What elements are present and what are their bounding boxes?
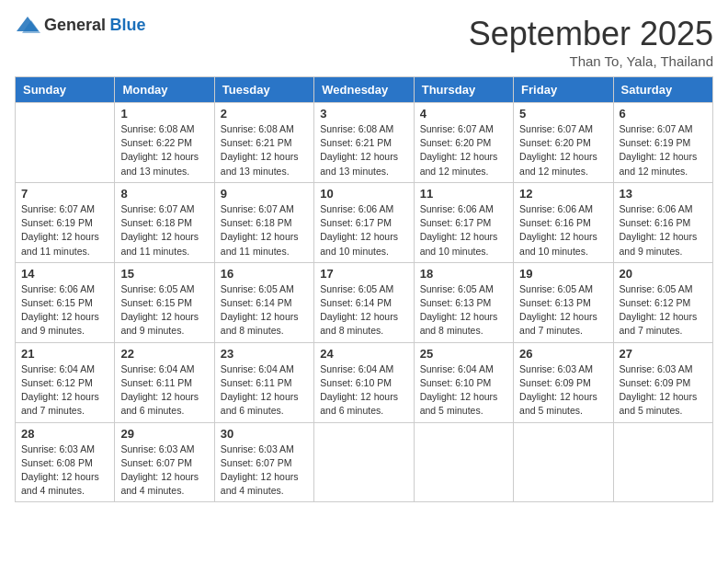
day-info: Sunrise: 6:06 AM Sunset: 6:16 PM Dayligh… — [620, 202, 707, 259]
day-info: Sunrise: 6:07 AM Sunset: 6:18 PM Dayligh… — [221, 202, 308, 259]
day-number: 10 — [320, 187, 407, 201]
day-number: 20 — [620, 267, 707, 281]
calendar-weekday-header: Monday — [115, 77, 214, 103]
calendar-weekday-header: Thursday — [414, 77, 513, 103]
calendar-header-row: SundayMondayTuesdayWednesdayThursdayFrid… — [16, 77, 713, 103]
calendar-day-cell: 29 Sunrise: 6:03 AM Sunset: 6:07 PM Dayl… — [115, 422, 214, 502]
day-number: 28 — [21, 427, 108, 441]
day-number: 1 — [120, 107, 208, 121]
calendar-day-cell: 17 Sunrise: 6:05 AM Sunset: 6:14 PM Dayl… — [314, 262, 414, 342]
day-info: Sunrise: 6:03 AM Sunset: 6:09 PM Dayligh… — [519, 362, 607, 419]
day-info: Sunrise: 6:03 AM Sunset: 6:09 PM Dayligh… — [620, 362, 707, 419]
day-info: Sunrise: 6:04 AM Sunset: 6:10 PM Dayligh… — [420, 362, 507, 419]
day-info: Sunrise: 6:05 AM Sunset: 6:13 PM Dayligh… — [420, 282, 507, 339]
calendar-weekday-header: Friday — [514, 77, 613, 103]
day-number: 30 — [221, 427, 308, 441]
day-number: 16 — [221, 267, 308, 281]
calendar-day-cell — [16, 103, 115, 183]
calendar-day-cell: 6 Sunrise: 6:07 AM Sunset: 6:19 PM Dayli… — [613, 103, 712, 183]
day-number: 21 — [21, 347, 108, 361]
day-number: 17 — [320, 267, 407, 281]
day-info: Sunrise: 6:07 AM Sunset: 6:18 PM Dayligh… — [120, 202, 208, 259]
location-subtitle: Than To, Yala, Thailand — [469, 53, 713, 69]
calendar-day-cell: 14 Sunrise: 6:06 AM Sunset: 6:15 PM Dayl… — [16, 262, 115, 342]
calendar-day-cell: 18 Sunrise: 6:05 AM Sunset: 6:13 PM Dayl… — [414, 262, 513, 342]
calendar-week-row: 7 Sunrise: 6:07 AM Sunset: 6:19 PM Dayli… — [16, 182, 713, 262]
calendar-week-row: 14 Sunrise: 6:06 AM Sunset: 6:15 PM Dayl… — [16, 262, 713, 342]
day-info: Sunrise: 6:08 AM Sunset: 6:21 PM Dayligh… — [320, 122, 407, 178]
day-number: 3 — [320, 107, 407, 121]
calendar-weekday-header: Saturday — [613, 77, 712, 103]
calendar-weekday-header: Wednesday — [314, 77, 414, 103]
day-number: 24 — [320, 347, 407, 361]
day-info: Sunrise: 6:07 AM Sunset: 6:20 PM Dayligh… — [420, 122, 507, 178]
day-number: 13 — [620, 187, 707, 201]
day-number: 14 — [21, 267, 108, 281]
calendar-day-cell: 25 Sunrise: 6:04 AM Sunset: 6:10 PM Dayl… — [414, 342, 513, 422]
day-info: Sunrise: 6:07 AM Sunset: 6:19 PM Dayligh… — [21, 202, 108, 259]
calendar-weekday-header: Sunday — [16, 77, 115, 103]
day-number: 6 — [620, 107, 707, 121]
calendar-day-cell: 13 Sunrise: 6:06 AM Sunset: 6:16 PM Dayl… — [613, 182, 712, 262]
calendar-day-cell: 20 Sunrise: 6:05 AM Sunset: 6:12 PM Dayl… — [613, 262, 712, 342]
calendar-day-cell: 30 Sunrise: 6:03 AM Sunset: 6:07 PM Dayl… — [214, 422, 313, 502]
day-number: 15 — [120, 267, 208, 281]
day-info: Sunrise: 6:06 AM Sunset: 6:17 PM Dayligh… — [420, 202, 507, 259]
title-block: September 2025 Than To, Yala, Thailand — [469, 15, 713, 69]
day-info: Sunrise: 6:08 AM Sunset: 6:21 PM Dayligh… — [221, 122, 308, 178]
day-number: 26 — [519, 347, 607, 361]
day-number: 22 — [120, 347, 208, 361]
calendar-day-cell — [314, 422, 414, 502]
calendar-day-cell: 22 Sunrise: 6:04 AM Sunset: 6:11 PM Dayl… — [115, 342, 214, 422]
calendar-day-cell: 7 Sunrise: 6:07 AM Sunset: 6:19 PM Dayli… — [16, 182, 115, 262]
calendar-day-cell: 15 Sunrise: 6:05 AM Sunset: 6:15 PM Dayl… — [115, 262, 214, 342]
day-info: Sunrise: 6:05 AM Sunset: 6:14 PM Dayligh… — [320, 282, 407, 339]
calendar-day-cell: 10 Sunrise: 6:06 AM Sunset: 6:17 PM Dayl… — [314, 182, 414, 262]
day-number: 11 — [420, 187, 507, 201]
calendar-day-cell: 23 Sunrise: 6:04 AM Sunset: 6:11 PM Dayl… — [214, 342, 313, 422]
day-info: Sunrise: 6:06 AM Sunset: 6:15 PM Dayligh… — [21, 282, 108, 339]
day-info: Sunrise: 6:05 AM Sunset: 6:15 PM Dayligh… — [120, 282, 208, 339]
calendar-day-cell: 21 Sunrise: 6:04 AM Sunset: 6:12 PM Dayl… — [16, 342, 115, 422]
logo: General Blue — [15, 15, 146, 35]
day-number: 8 — [120, 187, 208, 201]
day-number: 18 — [420, 267, 507, 281]
calendar-day-cell: 16 Sunrise: 6:05 AM Sunset: 6:14 PM Dayl… — [214, 262, 313, 342]
calendar-day-cell: 4 Sunrise: 6:07 AM Sunset: 6:20 PM Dayli… — [414, 103, 513, 183]
day-info: Sunrise: 6:07 AM Sunset: 6:19 PM Dayligh… — [620, 122, 707, 178]
day-number: 7 — [21, 187, 108, 201]
calendar-day-cell: 24 Sunrise: 6:04 AM Sunset: 6:10 PM Dayl… — [314, 342, 414, 422]
day-number: 29 — [120, 427, 208, 441]
day-info: Sunrise: 6:04 AM Sunset: 6:11 PM Dayligh… — [120, 362, 208, 419]
calendar-day-cell: 27 Sunrise: 6:03 AM Sunset: 6:09 PM Dayl… — [613, 342, 712, 422]
day-number: 19 — [519, 267, 607, 281]
page-header: General Blue September 2025 Than To, Yal… — [15, 15, 713, 69]
calendar-week-row: 21 Sunrise: 6:04 AM Sunset: 6:12 PM Dayl… — [16, 342, 713, 422]
day-info: Sunrise: 6:07 AM Sunset: 6:20 PM Dayligh… — [519, 122, 607, 178]
calendar-day-cell: 19 Sunrise: 6:05 AM Sunset: 6:13 PM Dayl… — [514, 262, 613, 342]
day-info: Sunrise: 6:06 AM Sunset: 6:16 PM Dayligh… — [519, 202, 607, 259]
day-info: Sunrise: 6:03 AM Sunset: 6:08 PM Dayligh… — [21, 442, 108, 499]
calendar-day-cell — [613, 422, 712, 502]
day-info: Sunrise: 6:05 AM Sunset: 6:14 PM Dayligh… — [221, 282, 308, 339]
calendar-day-cell: 2 Sunrise: 6:08 AM Sunset: 6:21 PM Dayli… — [214, 103, 313, 183]
calendar-day-cell: 28 Sunrise: 6:03 AM Sunset: 6:08 PM Dayl… — [16, 422, 115, 502]
day-number: 12 — [519, 187, 607, 201]
day-number: 23 — [221, 347, 308, 361]
calendar-day-cell: 9 Sunrise: 6:07 AM Sunset: 6:18 PM Dayli… — [214, 182, 313, 262]
day-info: Sunrise: 6:06 AM Sunset: 6:17 PM Dayligh… — [320, 202, 407, 259]
calendar-table: SundayMondayTuesdayWednesdayThursdayFrid… — [15, 76, 713, 502]
logo-general-text: General — [44, 16, 106, 34]
logo-icon — [15, 15, 40, 35]
calendar-day-cell: 11 Sunrise: 6:06 AM Sunset: 6:17 PM Dayl… — [414, 182, 513, 262]
day-number: 4 — [420, 107, 507, 121]
day-number: 5 — [519, 107, 607, 121]
calendar-day-cell: 12 Sunrise: 6:06 AM Sunset: 6:16 PM Dayl… — [514, 182, 613, 262]
day-info: Sunrise: 6:05 AM Sunset: 6:13 PM Dayligh… — [519, 282, 607, 339]
day-number: 9 — [221, 187, 308, 201]
day-info: Sunrise: 6:03 AM Sunset: 6:07 PM Dayligh… — [221, 442, 308, 499]
day-number: 25 — [420, 347, 507, 361]
day-info: Sunrise: 6:05 AM Sunset: 6:12 PM Dayligh… — [620, 282, 707, 339]
calendar-week-row: 1 Sunrise: 6:08 AM Sunset: 6:22 PM Dayli… — [16, 103, 713, 183]
calendar-day-cell: 3 Sunrise: 6:08 AM Sunset: 6:21 PM Dayli… — [314, 103, 414, 183]
